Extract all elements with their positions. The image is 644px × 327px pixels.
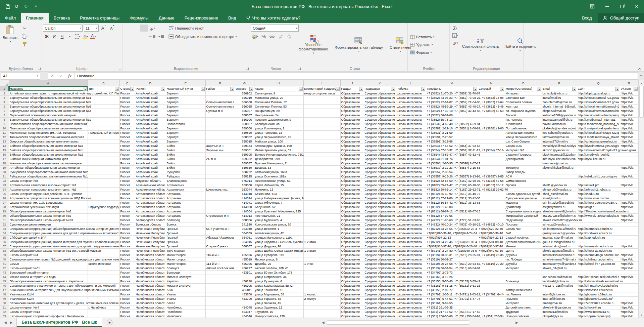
cell[interactable]: Россия	[119, 178, 135, 183]
cell[interactable]: Среднее образование	[364, 227, 396, 231]
cell[interactable]: 241520	[235, 222, 254, 227]
cell[interactable]: улица Горького, 6в	[254, 296, 303, 301]
header-cell[interactable]: Vk.com	[620, 86, 638, 91]
cell[interactable]: 414024	[235, 196, 254, 200]
cell[interactable]: leshome2009@yandex.ru	[542, 113, 577, 117]
cell[interactable]: пл. Победы	[505, 257, 542, 261]
cell[interactable]: 414004	[235, 209, 254, 213]
cell[interactable]: internat13@mail.ru	[542, 310, 577, 314]
row-number[interactable]: 46	[0, 283, 9, 288]
cell[interactable]: Чеченская Республика	[135, 231, 166, 235]
cell[interactable]: Среднее образование	[364, 231, 396, 235]
cell[interactable]: Россия	[119, 213, 135, 218]
cell[interactable]: Школы-интернаты	[396, 109, 426, 113]
cell[interactable]: Россия	[119, 310, 135, 314]
cell[interactable]: Школы-интернаты	[396, 104, 426, 109]
cell[interactable]	[620, 231, 638, 235]
cell[interactable]	[303, 279, 340, 283]
cell[interactable]: 366007	[235, 244, 254, 248]
cell[interactable]: sch-sup@yandex.ru	[542, 222, 577, 227]
cell[interactable]: Рубцовск	[166, 174, 205, 178]
header-cell[interactable]: Раздел	[340, 86, 364, 91]
cell[interactable]: Образование	[340, 183, 364, 187]
cell[interactable]: Специальная (коррекционная) школа-интерн…	[9, 244, 88, 248]
cell[interactable]: 414041	[235, 200, 254, 205]
cell[interactable]: Школы-интернаты	[396, 283, 426, 288]
cell[interactable]: Образование	[340, 257, 364, 261]
row-number[interactable]: 2	[0, 91, 9, 95]
tab-Рецензирование[interactable]: Рецензирование	[180, 13, 223, 23]
cell[interactable]: Алтайский край	[135, 104, 166, 109]
cell[interactable]: Школы-интернаты	[396, 275, 426, 279]
cell[interactable]: +7 (38598) 2-86-95, +7 (38598) 2-87-17	[426, 161, 478, 165]
bold-button[interactable]: Ж	[43, 33, 50, 40]
align-left-button[interactable]	[123, 33, 131, 40]
cell[interactable]	[542, 174, 577, 178]
cell[interactable]: 414000	[235, 205, 254, 209]
scroll-up-icon[interactable]: ▲	[639, 80, 644, 86]
cell[interactable]: Россия	[119, 296, 135, 301]
cell[interactable]: Алтайский край	[135, 126, 166, 130]
cell[interactable]: Бийск	[166, 161, 205, 165]
cell[interactable]: 658015	[235, 139, 254, 144]
cell[interactable]: Среднее образование	[364, 183, 396, 187]
cell[interactable]	[542, 288, 577, 292]
cell[interactable]	[620, 196, 638, 200]
cell[interactable]	[303, 113, 340, 117]
cell[interactable]: Архангельск	[166, 187, 205, 192]
cell[interactable]: Миасс и Златоуст	[166, 283, 205, 288]
cell[interactable]: http://www.si2-30astr.edusite.ru	[577, 213, 620, 218]
cell[interactable]: Среднее образование	[364, 200, 396, 205]
cell[interactable]	[478, 122, 505, 126]
cell[interactable]	[303, 161, 340, 165]
cell[interactable]: http://gbouukshi.02edu.ru/	[577, 296, 620, 301]
cell[interactable]: Образование	[340, 109, 364, 113]
cell[interactable]: школа-интернат	[88, 261, 119, 266]
cell[interactable]: Учалы	[166, 296, 205, 301]
cell[interactable]: https://vk.	[620, 165, 638, 170]
cell[interactable]: +7 (8512) 66-87-12, +7 (8512) 66-87-13	[426, 209, 478, 213]
cell[interactable]: altkorrshkola8@mail.ru	[542, 165, 577, 170]
cell[interactable]	[577, 218, 620, 222]
row-number[interactable]: 51	[0, 305, 9, 310]
cell[interactable]: Алтайский край	[135, 117, 166, 122]
cell[interactable]: 453700	[235, 296, 254, 301]
format-as-table-button[interactable]: Форматировать как таблицу ▾	[332, 24, 386, 66]
cell[interactable]: Барнаульская общеобразовательная школа-и…	[9, 109, 88, 113]
cell[interactable]: Среднее образование	[364, 148, 396, 152]
cell[interactable]: Грозный	[166, 235, 205, 240]
cell[interactable]: Астраханская область	[135, 192, 166, 196]
cell[interactable]: +7 (34792) 2-72-73	[426, 270, 478, 275]
cell[interactable]: Школы-интернаты	[396, 91, 426, 95]
cell[interactable]: Россия	[119, 266, 135, 270]
cell[interactable]: Школа-интернат №8	[9, 178, 88, 183]
cell[interactable]: karabash@inbox.ru	[542, 279, 577, 283]
cell[interactable]: +7 (8712) 24-22-45, +7(963)581-88-40	[426, 240, 478, 244]
increase-decimal-button[interactable]: ←,0,00	[277, 33, 284, 40]
cell[interactable]: Специальная (коррекционная) школа-интерн…	[9, 240, 88, 244]
shrink-font-button[interactable]: А▼	[109, 25, 116, 32]
cell[interactable]	[88, 174, 119, 178]
row-number[interactable]: 10	[0, 126, 9, 130]
enter-icon[interactable]: ✓	[57, 74, 65, 78]
cell[interactable]: http://oz-internat.gosuslugi.ru	[577, 139, 620, 144]
cell[interactable]: Трудовая	[505, 310, 542, 314]
cell[interactable]: +7 (38532) 4-62-40, +7 (38532) 4-69-84	[426, 122, 478, 126]
cell[interactable]: Школы-интернаты	[396, 174, 426, 178]
cell[interactable]	[303, 183, 340, 187]
cell[interactable]: Школы-интернаты	[396, 157, 426, 161]
cell[interactable]: о.п. Село Озерки	[505, 139, 542, 144]
cell[interactable]: Образование	[340, 218, 364, 222]
row-number[interactable]: 22	[0, 178, 9, 183]
cell[interactable]	[303, 257, 340, 261]
column-letter-B[interactable]: B	[88, 80, 119, 86]
cell[interactable]: Школа-интернат №4	[9, 253, 88, 257]
cell[interactable]: Среднее образование	[364, 279, 396, 283]
cell[interactable]: Архангельская область	[135, 187, 166, 192]
cell[interactable]	[577, 170, 620, 174]
cell[interactable]: internat4shunin@mail.ru	[542, 253, 577, 257]
filter-icon[interactable]	[359, 87, 363, 91]
cell[interactable]: inter-8@inbox.ru	[542, 292, 577, 296]
cell[interactable]: 658087	[235, 122, 254, 126]
cell[interactable]: Астраханская область	[135, 200, 166, 205]
